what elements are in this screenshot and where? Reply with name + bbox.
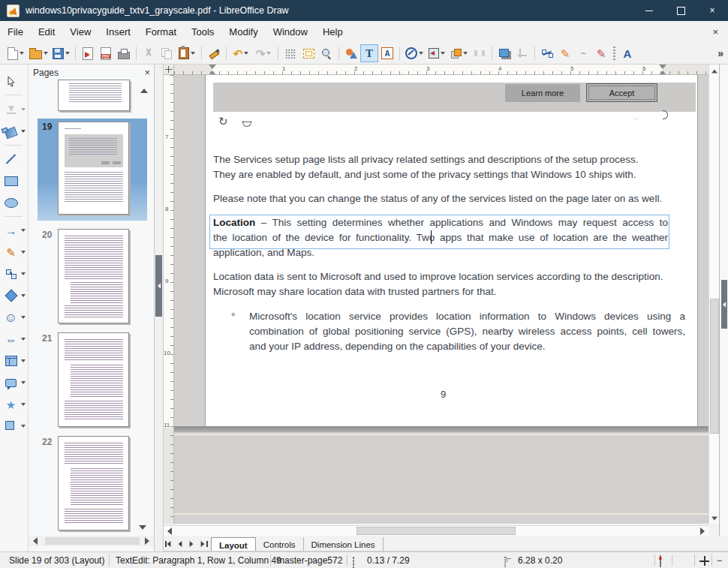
pages-horizontal-scrollbar[interactable]: [29, 536, 154, 546]
menu-modify[interactable]: Modify: [221, 23, 265, 41]
pages-panel-close-icon[interactable]: ×: [144, 67, 150, 78]
document-page[interactable]: Learn more Accept ↻ The Services setup p…: [205, 75, 698, 428]
document-close-icon[interactable]: ×: [708, 25, 722, 39]
line-tool[interactable]: [2, 150, 27, 168]
page-18-thumbnail[interactable]: [58, 80, 130, 111]
symbol-shapes-tool[interactable]: ☺: [2, 308, 27, 326]
edit-points-button[interactable]: [538, 44, 556, 62]
curves-polygons-tool[interactable]: ✎: [2, 243, 27, 261]
menu-format[interactable]: Format: [138, 23, 184, 41]
menu-tools[interactable]: Tools: [184, 23, 221, 41]
hide-panel-handle[interactable]: [155, 255, 162, 317]
previous-page-button[interactable]: [178, 540, 184, 548]
scroll-left-button[interactable]: [164, 526, 175, 536]
menu-window[interactable]: Window: [266, 23, 315, 41]
tab-dimension-lines[interactable]: Dimension Lines: [304, 537, 384, 551]
ellipse-tool[interactable]: [2, 194, 27, 212]
menu-edit[interactable]: Edit: [31, 23, 62, 41]
close-button[interactable]: ×: [696, 0, 728, 21]
next-page-button[interactable]: [189, 540, 195, 548]
zoom-out-button[interactable]: −: [717, 555, 722, 566]
insert-text-box-button[interactable]: T: [360, 44, 378, 62]
select-tool[interactable]: [2, 72, 27, 90]
align-objects-button[interactable]: [426, 44, 448, 62]
scroll-up-button[interactable]: [709, 66, 720, 77]
page-19-item-selected[interactable]: 19: [38, 119, 147, 221]
horizontal-scroll-thumb[interactable]: [356, 527, 516, 535]
drawing-canvas[interactable]: Learn more Accept ↻ The Services setup p…: [174, 75, 708, 524]
menu-insert[interactable]: Insert: [98, 23, 138, 41]
lines-arrows-tool[interactable]: →: [2, 221, 27, 239]
rectangle-tool[interactable]: [2, 172, 27, 190]
snap-guides-button[interactable]: [299, 44, 317, 62]
fontwork-button[interactable]: A: [618, 44, 636, 62]
threed-objects-tool[interactable]: [2, 417, 27, 435]
new-document-button[interactable]: [5, 44, 27, 62]
toolbar-overflow-button[interactable]: »: [717, 47, 723, 59]
basic-shapes-icon: [5, 290, 17, 302]
zoom-button[interactable]: [317, 44, 335, 62]
shadow-button[interactable]: [495, 44, 513, 62]
menu-file[interactable]: File: [0, 23, 31, 41]
panel-splitter[interactable]: [154, 65, 164, 551]
page-19-thumbnail[interactable]: [58, 122, 129, 215]
minimize-button[interactable]: [633, 0, 665, 21]
basic-shapes-tool[interactable]: [2, 287, 27, 305]
display-grid-button[interactable]: [281, 44, 299, 62]
glue-points-tool[interactable]: [2, 101, 27, 119]
insert-text-box-icon: T: [366, 47, 373, 60]
cut-button[interactable]: [140, 44, 158, 62]
stars-banners-tool[interactable]: ★: [2, 395, 27, 413]
paste-button[interactable]: [176, 44, 198, 62]
tab-controls[interactable]: Controls: [256, 537, 304, 551]
last-page-button[interactable]: [200, 540, 206, 548]
scroll-right-button[interactable]: [697, 526, 708, 536]
clone-formatting-button[interactable]: [205, 44, 223, 62]
symbol-shapes-icon: ☺: [5, 311, 17, 324]
show-sidebar-handle[interactable]: [721, 280, 727, 329]
undo-button[interactable]: ↶: [230, 44, 252, 62]
to-curve-button[interactable]: ~: [574, 44, 592, 62]
menu-view[interactable]: View: [62, 23, 98, 41]
horizontal-scrollbar[interactable]: [164, 525, 708, 536]
callouts-tool[interactable]: [2, 374, 27, 392]
arrange-button[interactable]: [448, 44, 471, 62]
pages-scroll-right-button[interactable]: [142, 536, 152, 546]
save-button[interactable]: [50, 44, 72, 62]
maximize-button[interactable]: [665, 0, 696, 21]
crop-button[interactable]: [513, 44, 531, 62]
master-page-name[interactable]: master-page572: [277, 555, 342, 566]
open-button[interactable]: [27, 44, 50, 62]
vertical-scroll-thumb[interactable]: [710, 299, 719, 434]
export-button[interactable]: [79, 44, 97, 62]
pages-scroll-left-button[interactable]: [30, 536, 41, 546]
left-margin-marker[interactable]: [209, 65, 216, 75]
pages-scroll-down-button[interactable]: [137, 522, 148, 533]
menu-help[interactable]: Help: [315, 23, 350, 41]
document-modified-icon[interactable]: [660, 556, 661, 566]
paint-bucket-tool[interactable]: [2, 122, 27, 140]
insert-frame-button[interactable]: A: [378, 44, 396, 62]
flowchart-tool[interactable]: [2, 352, 27, 370]
distribute-button[interactable]: [471, 44, 489, 62]
glue-points-button[interactable]: ✎: [556, 44, 574, 62]
connectors-tool[interactable]: [2, 265, 27, 283]
print-button[interactable]: [115, 44, 133, 62]
first-page-button[interactable]: [167, 540, 173, 548]
export-pdf-button[interactable]: [97, 44, 115, 62]
redo-button[interactable]: ↷: [252, 44, 275, 62]
pages-hscroll-thumb[interactable]: [45, 537, 140, 545]
draw-functions-button[interactable]: ✎: [592, 44, 610, 62]
vertical-scrollbar[interactable]: [708, 65, 719, 524]
horizontal-ruler[interactable]: 1 2 3 4 5 6: [174, 65, 708, 75]
snap-guide-line: [174, 513, 708, 515]
right-margin-marker[interactable]: [659, 65, 666, 75]
pages-scroll-up-button[interactable]: [139, 86, 149, 96]
vertical-ruler[interactable]: 7 8 9 10 11: [164, 75, 174, 524]
copy-button[interactable]: [158, 44, 176, 62]
tab-layout[interactable]: Layout: [211, 537, 256, 551]
block-arrows-tool[interactable]: ⇔: [2, 330, 27, 348]
scroll-down-button[interactable]: [709, 513, 720, 524]
transformations-button[interactable]: [342, 44, 360, 62]
hyperlink-button[interactable]: [403, 44, 426, 62]
